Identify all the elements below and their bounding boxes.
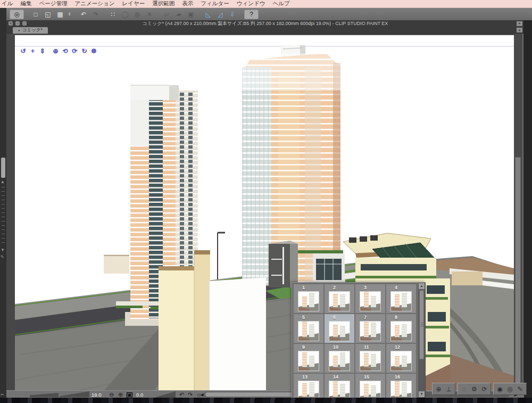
crop-2-button[interactable]: ▰ bbox=[173, 10, 184, 19]
menu-selection[interactable]: 選択範囲 bbox=[152, 0, 174, 7]
crop-3-button[interactable]: ▣ bbox=[186, 10, 196, 19]
help-button[interactable]: ? bbox=[244, 10, 259, 19]
rotate-right-icon[interactable]: ↷ bbox=[186, 391, 194, 398]
zoom-in-icon[interactable]: ⊕ bbox=[117, 391, 124, 398]
menu-file[interactable]: イル bbox=[2, 0, 13, 7]
thumb-tower-left bbox=[395, 325, 400, 337]
thumbnail-image bbox=[360, 291, 381, 311]
undo-button[interactable]: ↶ bbox=[78, 10, 89, 19]
object-configuration-icon[interactable]: ⚙ bbox=[469, 384, 479, 394]
snap-ruler-button[interactable]: ◺ bbox=[203, 10, 213, 19]
object-settings-icon[interactable]: ☸ bbox=[90, 47, 98, 55]
thumbnail-cell[interactable]: 2 bbox=[325, 284, 354, 313]
thumb-ground bbox=[391, 393, 411, 398]
thumb-tower-left bbox=[333, 356, 338, 367]
rotation-slider[interactable] bbox=[154, 391, 176, 398]
tab-bar-right-button[interactable]: ▴ bbox=[517, 28, 522, 32]
object-move-mode-icon[interactable]: ⊕ bbox=[434, 384, 444, 394]
material-sphere-icon[interactable]: ◉ bbox=[495, 384, 505, 394]
snap-special-ruler-button[interactable]: ◿ bbox=[215, 10, 226, 19]
thumbnail-cell[interactable]: 1 bbox=[294, 284, 323, 313]
menu-filter[interactable]: フィルター bbox=[201, 0, 229, 7]
panel-scroll-down-button[interactable]: ▼ bbox=[419, 391, 425, 397]
thumb-tower-left bbox=[395, 381, 400, 397]
thumbnail-panel-scrollbar[interactable]: ▲ ▼ bbox=[418, 283, 425, 398]
slider-up-icon[interactable]: ▲ bbox=[1, 179, 5, 184]
thumbnail-image bbox=[360, 381, 381, 398]
zoom-out-icon[interactable]: ⊖ bbox=[107, 391, 115, 398]
menu-animation[interactable]: アニメーション bbox=[75, 0, 115, 7]
rotate-left-icon[interactable]: ↶ bbox=[178, 391, 186, 398]
thumbnail-cell[interactable]: 3 bbox=[355, 284, 385, 313]
document-title-bar: ✕−□ コミック* (A4 297.00 x 210.00mm 製本サイズ:B5… bbox=[6, 20, 524, 27]
thumbnail-cell[interactable]: 16 bbox=[386, 374, 416, 398]
light-source-icon[interactable]: ✎ bbox=[515, 384, 525, 394]
vertical-scrollbar[interactable] bbox=[514, 34, 522, 398]
object-move-icon[interactable]: ⊕ bbox=[52, 47, 60, 55]
palette-bottom-icon[interactable]: ✂ bbox=[1, 392, 4, 397]
object-rotate-mode-icon[interactable]: ⟳ bbox=[479, 384, 489, 394]
snap-grid-button[interactable]: ⇩ bbox=[227, 10, 238, 19]
desktop-bottom-strip bbox=[0, 398, 532, 403]
camera-pan-icon[interactable]: + bbox=[29, 47, 37, 55]
thumbnail-cell[interactable]: 8 bbox=[386, 314, 416, 343]
slider-down-icon[interactable]: ▼ bbox=[1, 248, 5, 252]
crop-1-button[interactable]: ▱ bbox=[161, 10, 172, 19]
camera-rotate-icon[interactable]: ↺ bbox=[19, 47, 27, 55]
thumbnail-cell[interactable]: 7 bbox=[355, 314, 385, 343]
deselect-button[interactable]: ∷ bbox=[107, 10, 118, 19]
thumbnail-number: 1 bbox=[302, 285, 305, 290]
thumbnail-cell[interactable]: 13 bbox=[294, 374, 323, 398]
menu-help[interactable]: ヘルプ bbox=[272, 0, 289, 7]
thumbnail-cell[interactable]: 9 bbox=[294, 344, 323, 373]
menu-view[interactable]: 表示 bbox=[182, 0, 193, 7]
object-roll-icon[interactable]: ↻ bbox=[80, 47, 88, 55]
palette-slider-handle[interactable] bbox=[1, 158, 5, 178]
thumbnail-cell[interactable]: 6 bbox=[325, 314, 354, 343]
vertical-scrollbar-thumb[interactable] bbox=[515, 157, 521, 391]
thumbnail-cell[interactable]: 10 bbox=[325, 344, 354, 373]
object-drop-to-ground-icon[interactable]: ⊥ bbox=[444, 384, 454, 394]
clear-button[interactable]: ✕ bbox=[144, 10, 155, 19]
thumb-tower-left bbox=[302, 383, 307, 397]
palette-tool-icon[interactable]: ✎ bbox=[1, 254, 4, 259]
canvas[interactable] bbox=[15, 35, 514, 390]
reselect-button[interactable]: ◯ bbox=[120, 10, 130, 19]
select-area-icon[interactable]: ◌ bbox=[459, 384, 469, 394]
thumbnail-cell[interactable]: 11 bbox=[355, 344, 385, 373]
menu-window[interactable]: ウィンドウ bbox=[237, 0, 265, 7]
zoom-slider-low[interactable] bbox=[30, 392, 59, 397]
title-bar-right-button[interactable]: ▾ bbox=[517, 21, 522, 26]
tab-comic[interactable]: ● コミック* bbox=[13, 27, 48, 34]
thumbnail-image bbox=[329, 321, 350, 341]
thumbnail-number: 4 bbox=[395, 285, 397, 290]
camera-angle-thumbnail-panel: 12345678910111213141516 ▲ ▼ bbox=[292, 282, 426, 398]
menu-page-management[interactable]: ページ管理 bbox=[39, 0, 68, 7]
thumbnail-cell[interactable]: 14 bbox=[325, 374, 354, 398]
open-file-button[interactable]: ◱ bbox=[43, 10, 53, 19]
thumb-tower-right bbox=[371, 323, 376, 337]
object-rotate-x-icon[interactable]: ⟳ bbox=[71, 47, 79, 55]
clip-studio-logo-button[interactable]: ◎ bbox=[10, 10, 24, 19]
menu-layer[interactable]: レイヤー bbox=[122, 0, 145, 7]
thumbnail-cell[interactable]: 4 bbox=[386, 284, 416, 313]
thumbnail-cell[interactable]: 15 bbox=[355, 374, 385, 398]
thumbnail-cell[interactable]: 5 bbox=[294, 314, 323, 343]
new-file-button[interactable]: □ bbox=[30, 10, 41, 19]
zoom-slider-high[interactable] bbox=[60, 391, 89, 397]
thumbnail-cell[interactable]: 12 bbox=[386, 344, 416, 373]
fill-button[interactable]: ◍ bbox=[132, 10, 143, 19]
save-file-button[interactable]: ▦ bbox=[55, 10, 65, 19]
panel-scroll-up-button[interactable]: ▲ bbox=[419, 283, 425, 289]
fit-to-screen-button[interactable] bbox=[127, 392, 132, 398]
canvas-3d-scene[interactable] bbox=[15, 35, 514, 390]
save-spinner-button[interactable]: ⇕ bbox=[67, 10, 72, 19]
panel-scrollbar-thumb[interactable] bbox=[419, 290, 424, 359]
camera-angle-icon[interactable]: ◎ bbox=[505, 384, 515, 394]
thumb-ground bbox=[298, 393, 319, 398]
thumbnail-number: 2 bbox=[333, 285, 336, 290]
redo-button[interactable]: ↷ bbox=[90, 10, 101, 19]
object-rotate-y-icon[interactable]: ⟲ bbox=[61, 47, 69, 55]
menu-edit[interactable]: 編集 bbox=[21, 0, 32, 7]
camera-zoom-icon[interactable]: ⇕ bbox=[38, 47, 46, 55]
